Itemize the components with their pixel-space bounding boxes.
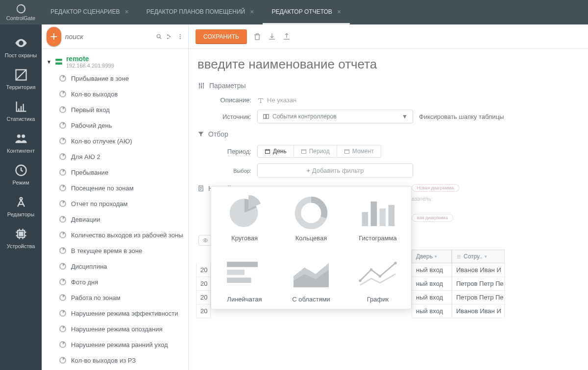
report-item[interactable]: Работа по зонам	[55, 290, 188, 305]
choice-label: Выбор:	[211, 168, 251, 174]
svg-rect-41	[362, 212, 368, 226]
report-pie-icon	[58, 356, 67, 365]
report-item[interactable]: Прибывание в зоне	[55, 70, 188, 86]
svg-point-52	[205, 240, 206, 241]
line-icon	[356, 256, 400, 292]
svg-rect-46	[227, 270, 245, 275]
preview-toggle[interactable]	[198, 235, 212, 246]
params-header: Параметры	[197, 78, 579, 93]
list-icon	[456, 254, 462, 259]
source-select[interactable]: События контроллеров ▼	[257, 110, 413, 123]
chip-icon	[14, 227, 28, 241]
chart-pie[interactable]: Круговая	[211, 186, 278, 248]
svg-rect-12	[55, 59, 62, 61]
report-item[interactable]: Для АЮ 2	[55, 149, 188, 164]
svg-rect-47	[227, 278, 251, 283]
add-filter-button[interactable]: + Добавить фильтр	[257, 163, 413, 178]
text-icon	[257, 97, 264, 104]
tab[interactable]: РЕДАКТОР ПЛАНОВ ПОМЕЩЕНИЙ×	[138, 0, 263, 24]
svg-rect-13	[55, 63, 62, 65]
col-door[interactable]: Дверь▾	[412, 250, 452, 263]
server-name: remote	[66, 55, 114, 63]
close-icon[interactable]: ×	[124, 8, 128, 16]
report-item[interactable]: Отчет по проходам	[55, 196, 188, 211]
histogram-icon	[356, 195, 400, 231]
chart-hbar[interactable]: Линейчатая	[211, 248, 278, 309]
report-item[interactable]: Фото дня	[55, 274, 188, 290]
report-pie-icon	[58, 90, 67, 98]
tab[interactable]: РЕДАКТОР ОТЧЕТОВ×	[263, 0, 350, 24]
report-item[interactable]: Пребывание	[55, 164, 188, 180]
svg-point-50	[379, 275, 381, 278]
close-icon[interactable]: ×	[337, 8, 341, 16]
report-item[interactable]: Нарушение режима ранний уход	[55, 337, 188, 352]
report-item[interactable]: Нарушение режима эффективности	[55, 305, 188, 321]
report-item[interactable]: Кол-во выходов	[55, 86, 188, 102]
seg-day[interactable]: День	[258, 145, 294, 157]
report-item[interactable]: Нарушение режима опоздания	[55, 321, 188, 337]
desc-label: Описание:	[211, 96, 251, 104]
seg-moment[interactable]: Момент	[337, 145, 381, 157]
chevron-down-icon: ▼	[402, 113, 408, 120]
tabs: РЕДАКТОР СЦЕНАРИЕВ×РЕДАКТОР ПЛАНОВ ПОМЕЩ…	[42, 0, 350, 24]
trash-icon[interactable]	[253, 32, 262, 41]
save-button[interactable]: СОХРАНИТЬ	[196, 29, 247, 44]
add-button[interactable]: +	[47, 27, 61, 46]
report-item[interactable]: Девиации	[55, 211, 188, 227]
upload-icon[interactable]	[282, 32, 291, 41]
report-pie-icon	[58, 278, 67, 286]
report-title-input[interactable]	[189, 49, 588, 76]
tree-view-icon[interactable]	[166, 32, 172, 41]
nav-stats[interactable]: Статистика	[0, 95, 42, 127]
collapse-icon[interactable]: ▼	[47, 59, 51, 65]
desc-value[interactable]: Не указан	[257, 96, 296, 104]
svg-point-3	[22, 135, 25, 138]
seg-period[interactable]: Период	[294, 145, 337, 157]
nav-territory[interactable]: Территория	[0, 63, 42, 95]
chart-donut[interactable]: Кольцевая	[278, 186, 344, 248]
new-diagram-tag-2[interactable]: вая диаграмма	[412, 214, 453, 222]
area-icon	[289, 256, 333, 292]
more-icon[interactable]	[177, 32, 183, 41]
eye-icon	[14, 36, 28, 50]
search-icon[interactable]	[156, 32, 162, 41]
chart-histogram[interactable]: Гистограмма	[344, 186, 411, 248]
server-ip: 192.168.4.201:9999	[66, 63, 114, 69]
period-segment: День Период Момент	[257, 145, 381, 158]
nav-contingent[interactable]: Контингент	[0, 127, 42, 159]
search-input[interactable]	[65, 33, 152, 41]
src-label: Источник:	[211, 113, 251, 120]
doc-icon	[197, 185, 204, 192]
report-tree-panel: + ▼ remote 192.168.4.201:9999 Прибывание…	[42, 24, 189, 370]
svg-point-51	[394, 262, 396, 264]
download-icon[interactable]	[268, 32, 276, 41]
calendar-icon	[301, 148, 307, 154]
close-icon[interactable]: ×	[250, 8, 254, 16]
report-item[interactable]: Посещение по зонам	[55, 180, 188, 196]
report-item[interactable]: Кол-во выходов из РЗ	[55, 352, 188, 368]
report-item[interactable]: Рабочий день	[55, 117, 188, 133]
report-pie-icon	[58, 262, 67, 271]
col-employee[interactable]: Сотру..▾	[452, 250, 505, 263]
nav-mode[interactable]: Режим	[0, 159, 42, 190]
nav-devices[interactable]: Устройства	[0, 222, 42, 254]
tab[interactable]: РЕДАКТОР СЦЕНАРИЕВ×	[42, 0, 138, 24]
report-pie-icon	[58, 74, 67, 83]
ruler-icon	[14, 68, 28, 82]
server-node[interactable]: ▼ remote 192.168.4.201:9999	[42, 53, 188, 70]
fix-header-checkbox[interactable]: Фиксировать шапку таблицы	[419, 113, 504, 120]
report-item[interactable]: В текущее время в зоне	[55, 243, 188, 258]
chart-area[interactable]: С областями	[278, 248, 344, 309]
svg-point-33	[199, 84, 200, 85]
svg-point-49	[370, 268, 372, 271]
chart-line[interactable]: График	[344, 248, 411, 309]
nav-editors[interactable]: Редакторы	[0, 190, 42, 222]
background-panel: Новая диаграмма азатель: вая диаграмма	[412, 183, 581, 224]
report-item[interactable]: Количество выходов из рабочей зоны	[55, 227, 188, 243]
report-item[interactable]: Первый вход	[55, 102, 188, 117]
report-item[interactable]: Дисциплина	[55, 258, 188, 274]
report-item[interactable]: Кол-во отлучек (АЮ)	[55, 133, 188, 149]
brand-text: ControlGate	[6, 15, 35, 21]
new-diagram-tag[interactable]: Новая диаграмма	[412, 184, 459, 192]
nav-post[interactable]: Пост охраны	[0, 31, 42, 63]
